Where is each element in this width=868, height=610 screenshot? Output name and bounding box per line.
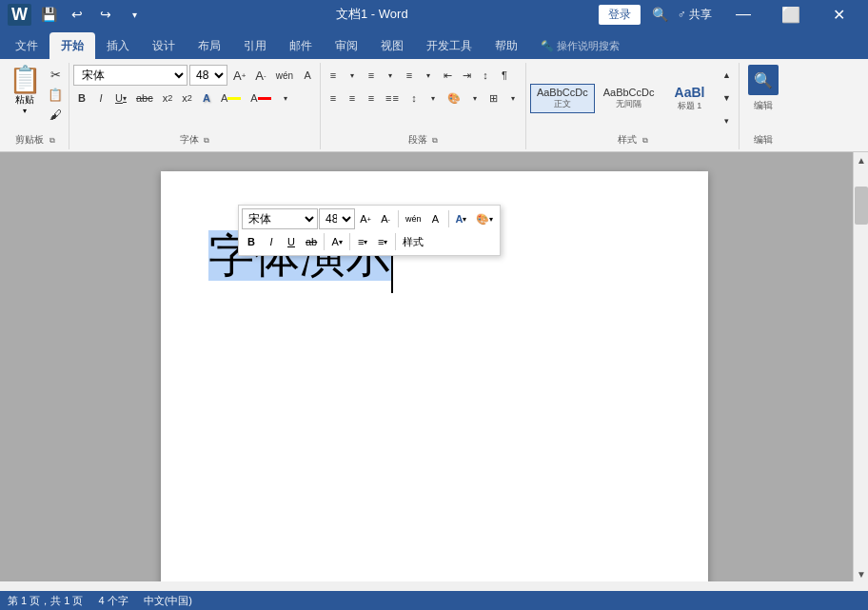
paste-icon: 📋 bbox=[9, 67, 42, 93]
paragraph-expand-icon[interactable]: ⧉ bbox=[432, 136, 438, 145]
scroll-thumb[interactable] bbox=[855, 187, 868, 225]
mini-bullets[interactable]: ≡▾ bbox=[353, 231, 372, 252]
bullets-dropdown[interactable]: ▾ bbox=[344, 65, 361, 86]
multilevel-button[interactable]: ≡ bbox=[401, 65, 418, 86]
paste-dropdown[interactable]: ▾ bbox=[23, 107, 27, 115]
paste-button[interactable]: 📋 粘贴 ▾ bbox=[6, 65, 44, 117]
scroll-down-button[interactable]: ▼ bbox=[854, 566, 868, 581]
tab-references[interactable]: 引用 bbox=[232, 32, 278, 59]
phonetic-button[interactable]: wén bbox=[272, 65, 297, 86]
font-family-selector[interactable]: 宋体 bbox=[73, 65, 187, 86]
mini-phonetic[interactable]: wén bbox=[402, 208, 425, 229]
mini-italic[interactable]: I bbox=[262, 231, 281, 252]
tab-view[interactable]: 视图 bbox=[369, 32, 415, 59]
align-left[interactable]: ≡ bbox=[325, 88, 342, 108]
numbering-button[interactable]: ≡ bbox=[363, 65, 380, 86]
underline-button[interactable]: U▾ bbox=[111, 88, 130, 108]
mini-grow-font[interactable]: A+ bbox=[356, 208, 375, 229]
tab-mailings[interactable]: 邮件 bbox=[278, 32, 324, 59]
highlight-button[interactable]: A bbox=[217, 88, 245, 108]
mini-styles[interactable]: 样式 bbox=[399, 231, 427, 252]
mini-highlight[interactable]: A▾ bbox=[327, 231, 346, 252]
tab-help[interactable]: 帮助 bbox=[483, 32, 529, 59]
mini-divider3 bbox=[324, 233, 325, 250]
multilevel-dropdown[interactable]: ▾ bbox=[420, 65, 437, 86]
clipboard-expand-icon[interactable]: ⧉ bbox=[49, 136, 55, 145]
align-justify[interactable]: ≡≡ bbox=[382, 88, 404, 108]
restore-button[interactable]: ⬜ bbox=[769, 0, 813, 29]
tab-layout[interactable]: 布局 bbox=[187, 32, 232, 59]
find-search-button[interactable]: 🔍 bbox=[748, 65, 779, 95]
shrink-font-button[interactable]: A- bbox=[251, 65, 269, 86]
minimize-button[interactable]: — bbox=[721, 0, 765, 29]
mini-shrink-font[interactable]: A- bbox=[376, 208, 395, 229]
font-color-button[interactable]: A bbox=[247, 88, 274, 108]
styles-scroll-down[interactable]: ▼ bbox=[718, 88, 735, 108]
borders-dropdown[interactable]: ▾ bbox=[504, 88, 522, 108]
close-button[interactable]: ✕ bbox=[817, 0, 860, 29]
borders-button[interactable]: ⊞ bbox=[485, 88, 503, 108]
scrollbar[interactable]: ▲ ▼ bbox=[853, 152, 868, 581]
mini-strikethrough[interactable]: ab bbox=[302, 231, 321, 252]
styles-scroll-up[interactable]: ▲ bbox=[718, 65, 735, 86]
mini-font-size[interactable]: 48 bbox=[319, 208, 355, 229]
bold-button[interactable]: B bbox=[73, 88, 90, 108]
font-color-dropdown[interactable]: ▾ bbox=[277, 88, 294, 108]
styles-expand-icon[interactable]: ⧉ bbox=[642, 136, 648, 145]
login-button[interactable]: 登录 bbox=[599, 5, 641, 25]
share-label[interactable]: ♂ 共享 bbox=[672, 5, 718, 25]
clear-format-button[interactable]: A bbox=[299, 65, 316, 86]
align-center[interactable]: ≡ bbox=[344, 88, 361, 108]
word-count: 4 个字 bbox=[98, 594, 128, 608]
mini-underline[interactable]: U bbox=[282, 231, 301, 252]
scroll-up-button[interactable]: ▲ bbox=[854, 152, 868, 167]
shading-button[interactable]: 🎨 bbox=[444, 88, 464, 108]
quick-more[interactable]: ▾ bbox=[123, 3, 146, 26]
tab-developer[interactable]: 开发工具 bbox=[415, 32, 483, 59]
sort-button[interactable]: ↕ bbox=[477, 65, 494, 86]
cut-button[interactable]: ✂ bbox=[46, 65, 65, 84]
styles-more[interactable]: ▾ bbox=[718, 110, 735, 131]
style-normal[interactable]: AaBbCcDc 正文 bbox=[530, 84, 595, 113]
quick-undo[interactable]: ↩ bbox=[66, 3, 89, 26]
shading-dropdown[interactable]: ▾ bbox=[466, 88, 483, 108]
show-marks[interactable]: ¶ bbox=[496, 65, 513, 86]
style-heading1[interactable]: AaBl 标题 1 bbox=[662, 82, 716, 115]
numbering-dropdown[interactable]: ▾ bbox=[382, 65, 399, 86]
font-size-selector[interactable]: 48 bbox=[189, 65, 227, 86]
increase-indent[interactable]: ⇥ bbox=[458, 65, 475, 86]
bullets-button[interactable]: ≡ bbox=[325, 65, 342, 86]
language-indicator[interactable]: 中文(中国) bbox=[144, 594, 192, 608]
mini-paint-bucket[interactable]: 🎨▾ bbox=[472, 208, 497, 229]
tab-design[interactable]: 设计 bbox=[141, 32, 187, 59]
title-right: 登录 🔍 ♂ 共享 — ⬜ ✕ bbox=[599, 0, 860, 29]
mini-font-family[interactable]: 宋体 bbox=[242, 208, 318, 229]
style-no-spacing[interactable]: AaBbCcDc 无间隔 bbox=[597, 84, 661, 113]
tab-insert[interactable]: 插入 bbox=[95, 32, 141, 59]
tab-home[interactable]: 开始 bbox=[49, 32, 95, 59]
grow-font-button[interactable]: A+ bbox=[229, 65, 249, 86]
style-heading1-preview: AaBl bbox=[675, 85, 705, 100]
font-expand-icon[interactable]: ⧉ bbox=[204, 136, 209, 145]
line-spacing[interactable]: ↕ bbox=[405, 88, 423, 108]
decrease-indent[interactable]: ⇤ bbox=[439, 65, 456, 86]
mini-font-color[interactable]: A▾ bbox=[452, 208, 471, 229]
format-painter-button[interactable]: 🖌 bbox=[46, 105, 65, 124]
group-clipboard: 📋 粘贴 ▾ ✂ 📋 🖌 剪贴板 ⧉ bbox=[2, 63, 69, 149]
text-effect-button[interactable]: A bbox=[198, 88, 215, 108]
quick-save[interactable]: 💾 bbox=[37, 3, 60, 26]
mini-bold[interactable]: B bbox=[242, 231, 261, 252]
mini-text-effect[interactable]: A bbox=[426, 208, 445, 229]
tab-review[interactable]: 审阅 bbox=[324, 32, 369, 59]
quick-redo[interactable]: ↪ bbox=[94, 3, 117, 26]
italic-button[interactable]: I bbox=[92, 88, 109, 108]
subscript-button[interactable]: x2 bbox=[159, 88, 177, 108]
strikethrough-button[interactable]: abc bbox=[132, 88, 157, 108]
tab-search[interactable]: 🔦 操作说明搜索 bbox=[529, 32, 631, 59]
align-right[interactable]: ≡ bbox=[363, 88, 380, 108]
copy-button[interactable]: 📋 bbox=[46, 85, 65, 104]
superscript-button[interactable]: x2 bbox=[178, 88, 196, 108]
line-spacing-dropdown[interactable]: ▾ bbox=[424, 88, 442, 108]
tab-file[interactable]: 文件 bbox=[4, 32, 49, 59]
mini-numbering[interactable]: ≡▾ bbox=[373, 231, 392, 252]
